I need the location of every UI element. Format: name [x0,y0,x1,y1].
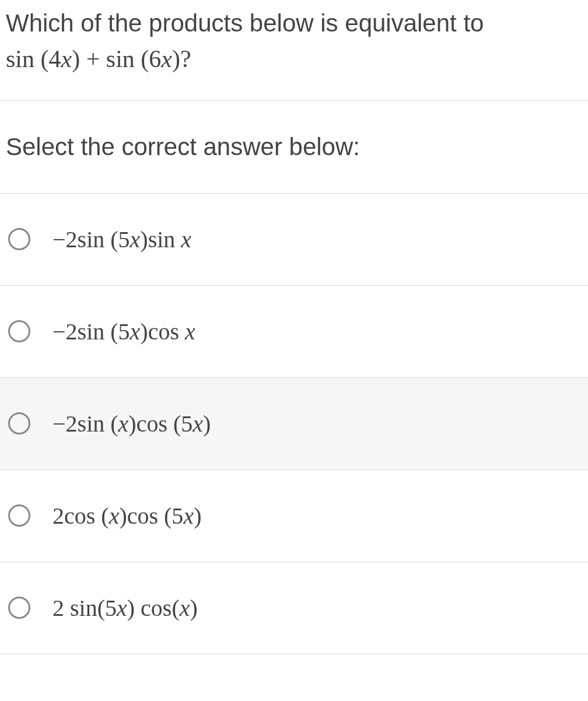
radio-icon[interactable] [8,504,30,527]
instruction-section: Select the correct answer below: [0,101,588,194]
question-line1: Which of the products below is equivalen… [6,9,484,37]
question-text: Which of the products below is equivalen… [6,6,582,77]
options-container: −2sin (5x)sin x−2sin (5x)cos x−2sin (x)c… [0,194,588,654]
option-row-3[interactable]: 2cos (x)cos (5x) [0,470,588,562]
option-text-1: −2sin (5x)cos x [52,318,195,345]
radio-icon[interactable] [8,228,30,250]
radio-icon[interactable] [8,412,30,434]
option-row-1[interactable]: −2sin (5x)cos x [0,286,588,378]
instruction-text: Select the correct answer below: [6,133,582,161]
option-row-4[interactable]: 2 sin(5x) cos(x) [0,562,588,654]
option-row-0[interactable]: −2sin (5x)sin x [0,194,588,286]
radio-icon[interactable] [8,320,30,342]
option-text-4: 2 sin(5x) cos(x) [52,594,198,622]
question-math: sin (4x) + sin (6x)? [6,45,191,72]
option-text-2: −2sin (x)cos (5x) [52,410,211,437]
radio-icon[interactable] [8,597,30,619]
question-section: Which of the products below is equivalen… [0,0,588,101]
option-text-3: 2cos (x)cos (5x) [52,502,201,530]
option-text-0: −2sin (5x)sin x [52,226,191,253]
option-row-2[interactable]: −2sin (x)cos (5x) [0,378,588,470]
